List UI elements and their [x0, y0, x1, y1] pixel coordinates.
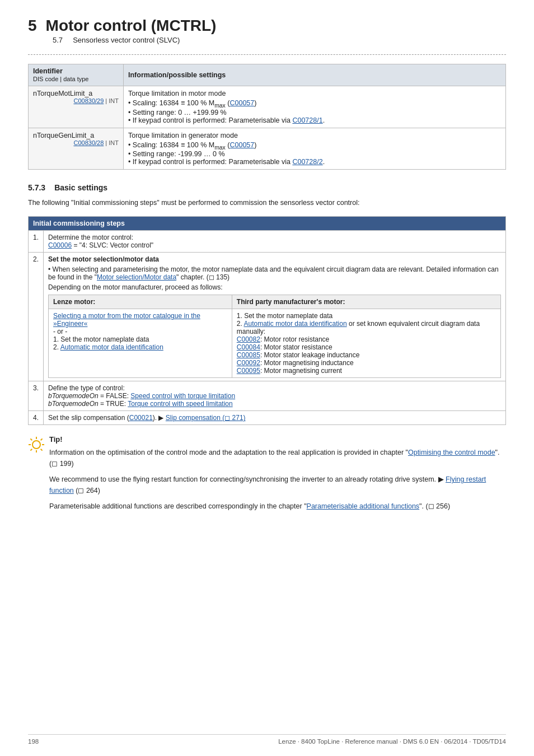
c00084-link[interactable]: C00084 — [237, 343, 260, 351]
section-573-intro: The following "Initial commissioning ste… — [28, 198, 506, 208]
chapter-title: 5 Motor control (MCTRL) — [28, 17, 506, 35]
param-code-link-1[interactable]: C00830/29 — [73, 97, 104, 104]
c00095-link[interactable]: C00095 — [237, 367, 260, 375]
c00057-link-1[interactable]: C00057 — [229, 99, 254, 107]
c00728-1-link[interactable]: C00728/1 — [292, 116, 322, 124]
tip-para-1: Information on the optimisation of the c… — [49, 447, 506, 469]
tip-icon — [28, 436, 45, 456]
slip-compensation-link[interactable]: Slip compensation (◻ 271) — [166, 414, 246, 422]
table-row: Selecting a motor from the motor catalog… — [49, 309, 501, 378]
param-code-link-2[interactable]: C00830/28 — [73, 139, 104, 146]
step-2-content: Set the motor selection/motor data • Whe… — [44, 253, 506, 381]
c00057-link-2[interactable]: C00057 — [229, 141, 254, 149]
third-party-motor-cell: 1. Set the motor nameplate data 2. Autom… — [232, 309, 500, 378]
param-id-cell-2: nTorqueGenLimit_a C00830/28 | INT — [29, 128, 124, 170]
param-table: Identifier DIS code | data type Informat… — [28, 64, 506, 170]
lenze-motor-cell: Selecting a motor from the motor catalog… — [49, 309, 232, 378]
table-row: 1. Determine the motor control: C00006 =… — [29, 231, 506, 253]
step-4-num: 4. — [29, 411, 44, 425]
svg-point-0 — [32, 441, 40, 449]
motor-selection-link[interactable]: Motor selection/Motor data — [97, 273, 176, 281]
svg-line-7 — [41, 439, 43, 441]
commissioning-table: Initial commissioning steps 1. Determine… — [28, 216, 506, 425]
c00021-link[interactable]: C00021 — [129, 414, 153, 422]
table-row: nTorqueGenLimit_a C00830/28 | INT Torque… — [29, 128, 506, 170]
table-row: 4. Set the slip compensation (C00021). ▶… — [29, 411, 506, 425]
page-number: 198 — [28, 738, 39, 745]
step-1-num: 1. — [29, 231, 44, 253]
tip-svg-icon — [28, 436, 45, 453]
comm-table-header-row: Initial commissioning steps — [29, 217, 506, 231]
step-3-content: Define the type of control: bTorquemodeO… — [44, 381, 506, 411]
section-573-heading: 5.7.3 Basic settings — [28, 183, 506, 192]
footer-right-text: Lenze · 8400 TopLine · Reference manual … — [278, 738, 506, 745]
c00006-link[interactable]: C00006 — [48, 241, 72, 249]
sub-table-col1-header: Lenze motor: — [49, 295, 232, 309]
auto-motor-id-link-2[interactable]: Automatic motor data identification — [244, 320, 347, 328]
speed-control-link[interactable]: Speed control with torque limitation — [130, 392, 235, 400]
param-table-col1-header: Identifier DIS code | data type — [29, 64, 124, 86]
flying-restart-link[interactable]: Flying restart function — [49, 475, 486, 494]
table-row: nTorqueMotLimit_a C00830/29 | INT Torque… — [29, 86, 506, 128]
chapter-title-text: Motor control (MCTRL) — [46, 17, 217, 35]
param-id-cell-1: nTorqueMotLimit_a C00830/29 | INT — [29, 86, 124, 128]
parameterisable-link[interactable]: Parameterisable additional functions — [307, 502, 420, 510]
sub-table-col2-header: Third party manufacturer's motor: — [232, 295, 500, 309]
page-footer: 198 Lenze · 8400 TopLine · Reference man… — [28, 734, 506, 745]
table-row: 2. Set the motor selection/motor data • … — [29, 253, 506, 381]
svg-line-5 — [30, 439, 32, 441]
param-info-cell-2: Torque limitation in generator mode Scal… — [124, 128, 506, 170]
tip-para-2: We recommend to use the flying restart f… — [49, 474, 506, 496]
comm-table-header: Initial commissioning steps — [29, 217, 506, 231]
optimising-link[interactable]: Optimising the control mode — [408, 449, 495, 456]
auto-motor-id-link-1[interactable]: Automatic motor data identification — [60, 343, 163, 351]
param-info-cell-1: Torque limitation in motor mode Scaling:… — [124, 86, 506, 128]
step-3-num: 3. — [29, 381, 44, 411]
c00092-link[interactable]: C00092 — [237, 359, 260, 367]
table-row: 3. Define the type of control: bTorquemo… — [29, 381, 506, 411]
tip-box: Tip! Information on the optimisation of … — [28, 435, 506, 516]
c00085-link[interactable]: C00085 — [237, 351, 260, 359]
step-2-num: 2. — [29, 253, 44, 381]
section-divider — [28, 54, 506, 55]
c00082-link[interactable]: C00082 — [237, 335, 260, 343]
tip-label: Tip! — [49, 435, 506, 444]
c00728-2-link[interactable]: C00728/2 — [292, 158, 322, 166]
chapter-sub: 5.7 Sensorless vector control (SLVC) — [53, 36, 506, 44]
step-4-content: Set the slip compensation (C00021). ▶ Sl… — [44, 411, 506, 425]
param-table-col2-header: Information/possible settings — [124, 64, 506, 86]
motor-catalogue-link[interactable]: Selecting a motor from the motor catalog… — [53, 312, 200, 328]
svg-line-8 — [30, 449, 32, 451]
page-header: 5 Motor control (MCTRL) 5.7 Sensorless v… — [28, 17, 506, 44]
chapter-num: 5 — [28, 17, 37, 35]
sub-table-motor: Lenze motor: Third party manufacturer's … — [48, 295, 501, 378]
step-1-content: Determine the motor control: C00006 = "4… — [44, 231, 506, 253]
svg-line-6 — [41, 449, 43, 451]
torque-control-link[interactable]: Torque control with speed limitation — [128, 400, 232, 408]
tip-para-3: Parameterisable additional functions are… — [49, 501, 506, 512]
tip-content: Tip! Information on the optimisation of … — [49, 435, 506, 516]
